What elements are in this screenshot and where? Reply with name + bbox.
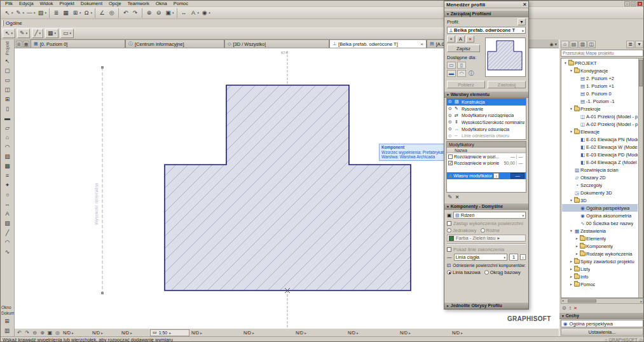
toolbar-button[interactable]: A ▾ [189,8,200,18]
toolbox-tool-button[interactable]: ▧ [2,219,13,228]
tree-item[interactable]: ◳ Dokumenty 3D [562,189,638,196]
dialog-title-bar[interactable]: Menedżer profili × [444,1,528,8]
toolbar-button[interactable]: ▧ ▾ [36,8,50,18]
dropdown-arrow-icon[interactable]: ▾ [209,11,210,15]
eye-icon[interactable]: ⊙ [448,127,453,132]
modifier-checkbox[interactable] [448,161,453,165]
tree-item[interactable]: ◧ E-03 Elewacja PD (Model - przebudow [562,151,638,158]
menu-item[interactable]: Widok [37,1,57,6]
modifiers-column-header[interactable]: Nazwa [447,147,526,153]
nd-field[interactable]: N/D ▸ [400,331,449,335]
menu-item[interactable]: Teamwork [125,1,153,6]
toolbar-button[interactable]: ≣ ▾ [51,8,61,18]
toolbox-tool-button[interactable]: ⌂ [2,133,13,142]
toolbar-grip[interactable] [2,20,4,26]
tab[interactable]: ⓘ [Centrum informacyjne] × [125,39,224,48]
story-icon[interactable]: ▦ [23,41,29,47]
expander-icon[interactable]: ▸ [569,259,573,263]
tab[interactable]: ◇ [3D / Wszystko] × [224,39,329,48]
spinner-icon[interactable]: ↕ [493,173,499,179]
toolbar-button[interactable]: ⊞ ▾ [71,8,82,18]
field-arrow-icon[interactable]: ▸ [252,331,254,335]
menu-item[interactable]: Okna [153,1,170,6]
eye-icon[interactable]: ⊙ [448,106,453,111]
expander-icon[interactable]: ▾ [563,61,568,65]
toolbox-tool-button[interactable]: ▯ [2,104,13,114]
tree-item[interactable]: ∿ 00 Ścieżka bez nazwy [562,219,638,227]
view-control-button[interactable]: ⊕ [39,329,46,336]
paint-selector[interactable]: Farba - Zieleń lasu ▸ [447,235,526,242]
toolbox-tool-button[interactable]: A [2,209,13,219]
field-arrow-icon[interactable]: ▸ [357,331,359,335]
toolbox-tool-button[interactable]: ◠ [2,238,13,247]
grid-icon[interactable]: ⊞ [16,41,22,47]
dropdown-arrow-icon[interactable]: ▾ [34,11,36,15]
tree-item[interactable]: ▾ Kondygnacje [562,67,638,74]
navigator-mode-button[interactable]: ⌂ [561,41,569,48]
toolbox-tool-button[interactable]: ▬ [2,114,13,123]
toolbox-tool-button[interactable]: ╱ [2,228,13,238]
toolbox-tool-button[interactable]: ▭ [2,76,13,85]
dropdown-arrow-icon[interactable]: ▾ [23,11,25,15]
dropdown-arrow-icon[interactable]: ▾ [26,31,28,35]
tree-item[interactable]: ◧ E-01 Elewacja PN (Model - przebudow [562,135,638,143]
tree-item[interactable]: ◧ E-04 Elewacja Z (Model - przebudow [562,158,638,166]
element-layer-row[interactable]: ⊙ ✎ Rysowanie [447,106,526,113]
expander-icon[interactable]: ▾ [569,107,573,111]
tree-item[interactable]: ▸ Info [562,273,638,280]
profile-selector[interactable]: ⊥ Belka prefab. odwrócone T ▸ [447,27,526,34]
navigator-mode-button[interactable]: ◫ [587,41,596,48]
components-header[interactable]: ▾ Komponenty - Domyślne [444,203,528,210]
dropdown-arrow-icon[interactable]: ▾ [39,31,41,35]
field-arrow-icon[interactable]: ▸ [130,331,132,335]
option-group[interactable]: ✎ ▾ [17,29,30,38]
available-tool-toggle[interactable]: ◠ [457,70,466,77]
nd-field[interactable]: N/D ▸ [63,331,90,335]
settings-button[interactable]: Ustawienia... [561,328,643,336]
dropdown-arrow-icon[interactable]: ▾ [198,11,200,15]
nd-field[interactable]: N/D ▸ [121,331,148,335]
tree-item[interactable]: ▥ Rozwinięcia ścian [562,166,638,174]
element-layer-row[interactable]: ⊙ ⇕ Wysokość/Szerokość nominalna [447,119,526,126]
dropdown-arrow-icon[interactable]: ▾ [70,31,72,35]
tree-item[interactable]: ▸ Komponenty [562,242,638,250]
menu-item[interactable]: Opcje [106,1,125,6]
navigator-mode-button[interactable]: ▤ [570,41,578,48]
eye-icon[interactable]: ⊙ [448,113,453,118]
dropdown-arrow-icon[interactable]: ▾ [91,11,93,15]
tree-item[interactable]: ▤ 1. Poziom +1 [562,82,638,90]
toolbox-tool-button[interactable]: ▩ [2,161,13,171]
expander-icon[interactable]: ▸ [569,282,573,286]
palette-button[interactable]: ⊞ [1,316,13,325]
dropdown-arrow-icon[interactable]: ▾ [11,11,13,15]
element-layers-header[interactable]: ▾ Warstwy elementu [444,91,528,98]
dokument-palette-label[interactable]: Dokume [1,310,15,316]
expander-icon[interactable]: ▾ [569,198,573,202]
tree-item[interactable]: ◫ A-02 Przekrój (Model - przebudowani [562,120,638,128]
scrollbar-thumb[interactable] [639,60,643,86]
tree-item[interactable]: ▱ Obszary 2D [562,174,638,181]
maximize-button[interactable]: □ [631,1,636,6]
toolbar-button[interactable]: ◎ ▾ [107,8,119,18]
view-control-button[interactable]: ▣ [46,329,53,336]
base-circle-radio[interactable] [484,270,489,275]
eye-icon[interactable]: ⊙ [562,305,566,311]
tree-item[interactable]: ▤ 2. Poziom +2 [562,74,638,82]
custom-modifier-value[interactable]: — [510,173,524,179]
toolbox-tool-button[interactable]: ◫ [2,85,13,95]
tree-item[interactable]: ▸ Listy [562,265,638,273]
palette-button[interactable]: ▥ [1,325,13,335]
tree-item[interactable]: ◔ Szczegóły [562,181,638,189]
dropdown-arrow-icon[interactable]: ▾ [172,11,174,15]
base-line-radio[interactable] [447,270,451,275]
tree-item[interactable]: ◫ A-01 Przekrój (Model - przebudowani [562,113,638,120]
modifier-row[interactable]: Rozciągnięcie w pozi... — — [447,153,526,160]
option-group[interactable]: ↖ ▾ [3,29,15,38]
toolbar-button[interactable]: ⊖ ▾ [154,8,163,18]
toolbar-button[interactable]: ↷ ▾ [130,8,142,18]
tab[interactable]: ⊥ [Belka prefab. odwrócone T] × [329,39,427,48]
view-control-button[interactable]: ↶ [16,329,23,336]
toolbox-tool-button[interactable]: ✦ [2,181,13,190]
tree-item[interactable]: ▾ PROJEKT [562,59,638,67]
uniform-outlines-header[interactable]: ▸ Jednolite Obrysy Profilu [444,302,528,309]
